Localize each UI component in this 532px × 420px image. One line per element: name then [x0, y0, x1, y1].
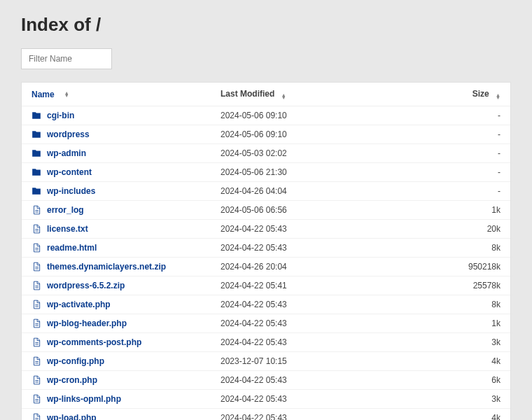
table-row: wp-load.php2024-04-22 05:434k: [22, 409, 510, 420]
cell-size: 3k: [402, 337, 500, 347]
cell-size: 8k: [402, 243, 500, 253]
sort-icon: ▲▼: [64, 92, 69, 97]
cell-size: 1k: [402, 205, 500, 215]
cell-size: 6k: [402, 375, 500, 385]
file-link[interactable]: license.txt: [47, 224, 88, 234]
cell-name: wp-links-opml.php: [31, 394, 220, 404]
cell-name: wp-cron.php: [31, 375, 220, 385]
cell-name: readme.html: [31, 243, 220, 253]
column-header-modified-label: Last Modified: [220, 89, 274, 99]
cell-name: wp-blog-header.php: [31, 318, 220, 328]
column-header-size-label: Size: [472, 89, 489, 99]
cell-modified: 2024-04-22 05:43: [220, 394, 402, 404]
file-link[interactable]: wp-activate.php: [47, 300, 111, 309]
table-row: wp-config.php2023-12-07 10:154k: [22, 352, 510, 371]
file-icon: [31, 394, 41, 404]
cell-size: -: [402, 167, 500, 177]
cell-size: 25578k: [402, 281, 500, 290]
cell-size: -: [402, 130, 500, 139]
file-icon: [31, 262, 41, 272]
cell-name: wp-includes: [31, 186, 220, 196]
table-row: wp-content2024-05-06 21:30-: [22, 163, 510, 182]
cell-modified: 2024-04-26 20:04: [220, 262, 402, 272]
filter-input[interactable]: [21, 48, 112, 69]
folder-icon: [31, 130, 41, 139]
table-row: readme.html2024-04-22 05:438k: [22, 239, 510, 258]
file-icon: [31, 224, 41, 234]
file-link[interactable]: wp-comments-post.php: [47, 337, 141, 347]
table-row: wp-includes2024-04-26 04:04-: [22, 182, 510, 201]
cell-name: wp-config.php: [31, 356, 220, 366]
page-title: Index of /: [21, 14, 511, 36]
cell-name: wp-activate.php: [31, 300, 220, 309]
column-header-size[interactable]: Size ▲▼: [402, 89, 500, 99]
directory-listing: Name ▲▼ Last Modified ▲▼ Size ▲▼ cgi-bin…: [21, 82, 511, 420]
cell-modified: 2024-05-03 02:02: [220, 148, 402, 158]
cell-size: 1k: [402, 318, 500, 328]
file-icon: [31, 375, 41, 385]
directory-link[interactable]: cgi-bin: [47, 111, 74, 120]
column-header-name-label: Name: [31, 90, 55, 99]
cell-name: wordpress-6.5.2.zip: [31, 281, 220, 290]
file-link[interactable]: wp-blog-header.php: [47, 318, 127, 328]
table-row: wp-comments-post.php2024-04-22 05:433k: [22, 333, 510, 352]
cell-modified: 2023-12-07 10:15: [220, 356, 402, 366]
file-link[interactable]: error_log: [47, 205, 84, 215]
table-row: cgi-bin2024-05-06 09:10-: [22, 106, 510, 125]
table-row: wp-activate.php2024-04-22 05:438k: [22, 295, 510, 314]
table-row: wp-blog-header.php2024-04-22 05:431k: [22, 314, 510, 333]
table-row: license.txt2024-04-22 05:4320k: [22, 220, 510, 239]
file-link[interactable]: wp-load.php: [47, 413, 97, 420]
file-link[interactable]: wordpress-6.5.2.zip: [47, 281, 125, 290]
cell-size: -: [402, 186, 500, 196]
cell-name: wp-content: [31, 167, 220, 177]
file-link[interactable]: readme.html: [47, 243, 97, 253]
cell-size: 4k: [402, 356, 500, 366]
folder-icon: [31, 111, 41, 120]
cell-modified: 2024-04-22 05:43: [220, 318, 402, 328]
cell-size: -: [402, 148, 500, 158]
cell-modified: 2024-04-22 05:43: [220, 300, 402, 309]
cell-modified: 2024-04-22 05:41: [220, 281, 402, 290]
cell-modified: 2024-04-22 05:43: [220, 337, 402, 347]
cell-name: cgi-bin: [31, 111, 220, 120]
directory-link[interactable]: wordpress: [47, 130, 90, 139]
cell-size: -: [402, 111, 500, 120]
table-row: error_log2024-05-06 06:561k: [22, 201, 510, 220]
cell-modified: 2024-04-26 04:04: [220, 186, 402, 196]
file-link[interactable]: themes.dynamiclayers.net.zip: [47, 262, 166, 272]
table-row: wp-admin2024-05-03 02:02-: [22, 144, 510, 163]
table-row: wp-links-opml.php2024-04-22 05:433k: [22, 390, 510, 409]
file-icon: [31, 281, 41, 290]
cell-name: wp-admin: [31, 148, 220, 158]
cell-name: error_log: [31, 205, 220, 215]
column-header-modified[interactable]: Last Modified ▲▼: [220, 89, 402, 99]
file-icon: [31, 318, 41, 328]
directory-link[interactable]: wp-includes: [47, 186, 95, 196]
folder-icon: [31, 186, 41, 196]
file-icon: [31, 337, 41, 347]
cell-modified: 2024-04-22 05:43: [220, 243, 402, 253]
file-link[interactable]: wp-links-opml.php: [47, 394, 121, 404]
file-icon: [31, 356, 41, 366]
cell-modified: 2024-05-06 21:30: [220, 167, 402, 177]
cell-size: 4k: [402, 413, 500, 420]
file-icon: [31, 413, 41, 420]
cell-size: 8k: [402, 300, 500, 309]
cell-modified: 2024-04-22 05:43: [220, 224, 402, 234]
table-header: Name ▲▼ Last Modified ▲▼ Size ▲▼: [22, 83, 510, 106]
column-header-name[interactable]: Name ▲▼: [31, 90, 220, 99]
cell-size: 950218k: [402, 262, 500, 272]
file-icon: [31, 300, 41, 309]
cell-size: 3k: [402, 394, 500, 404]
cell-name: license.txt: [31, 224, 220, 234]
table-row: wp-cron.php2024-04-22 05:436k: [22, 371, 510, 390]
file-icon: [31, 243, 41, 253]
directory-link[interactable]: wp-content: [47, 167, 92, 177]
file-link[interactable]: wp-config.php: [47, 356, 104, 366]
file-link[interactable]: wp-cron.php: [47, 375, 97, 385]
directory-link[interactable]: wp-admin: [47, 148, 86, 158]
table-row: themes.dynamiclayers.net.zip2024-04-26 2…: [22, 258, 510, 276]
table-row: wordpress-6.5.2.zip2024-04-22 05:4125578…: [22, 276, 510, 295]
file-icon: [31, 205, 41, 215]
